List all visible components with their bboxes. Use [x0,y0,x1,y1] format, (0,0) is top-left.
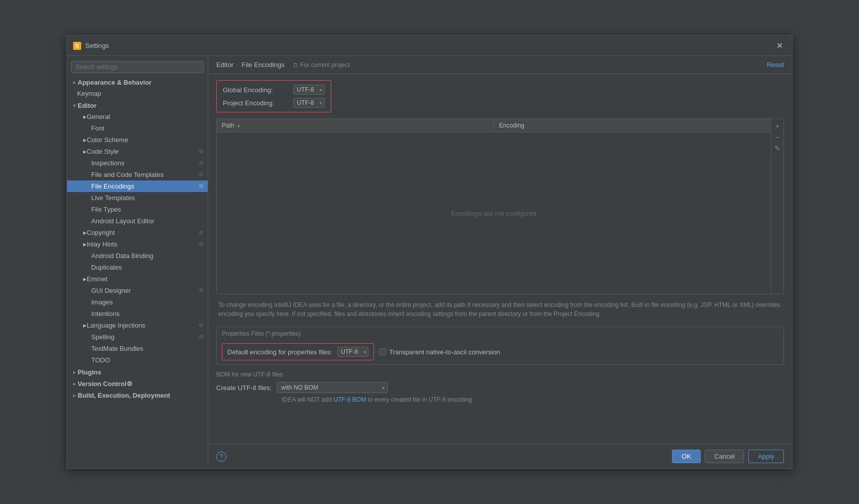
sidebar-item-label: Live Templates [83,194,135,202]
chevron-right-icon: ▸ [83,229,87,236]
sidebar-item-file-code-templates[interactable]: File and Code Templates ⚙ [67,169,208,180]
chevron-right-icon: ▸ [83,240,87,248]
sidebar-item-images[interactable]: Images [67,296,208,308]
chevron-right-icon: ▸ [83,148,87,155]
bom-info-link[interactable]: UTF-8 BOM [333,396,366,403]
sidebar-item-general[interactable]: ▸ General [67,111,208,122]
sidebar-item-todo[interactable]: TODO [67,354,208,366]
app-icon: S [73,42,81,50]
breadcrumb-separator: › [236,61,238,69]
sidebar-item-duplicates[interactable]: Duplicates [67,262,208,273]
global-encoding-label: Global Encoding: [223,86,293,94]
sidebar-item-file-encodings[interactable]: File Encodings ⚙ [67,180,208,192]
sidebar-item-intentions[interactable]: Intentions [67,308,208,320]
reset-button[interactable]: Reset [767,61,784,69]
add-encoding-button[interactable]: + [772,121,782,131]
ok-button[interactable]: OK [672,450,701,463]
settings-icon: ⚙ [199,334,204,340]
sort-arrow-icon: ▲ [236,123,241,128]
main-content: Editor › File Encodings 🗒 For current pr… [208,56,792,468]
sidebar-item-android-data-binding[interactable]: Android Data Binding [67,250,208,262]
sidebar-item-label: Font [83,124,104,132]
chevron-right-icon: ▸ [83,322,87,329]
apply-button[interactable]: Apply [748,450,784,463]
sidebar-item-color-scheme[interactable]: ▸ Color Scheme [67,134,208,146]
encoding-table: Path ▲ Encoding Encodings are not config… [216,118,784,294]
sidebar-item-label: Intentions [83,310,119,318]
sidebar-item-label: Code Style [87,148,119,155]
sidebar-item-label: Keymap [77,90,101,97]
transparent-conversion-label: Transparent native-to-ascii conversion [389,348,500,356]
main-scroll-area: Global Encoding: UTF-8 Project Encoding:… [208,74,792,444]
sidebar-item-plugins[interactable]: ▸ Plugins [67,366,208,377]
title-bar: S Settings ✕ [67,36,792,56]
sidebar-item-label: File Encodings [83,182,134,190]
edit-encoding-button[interactable]: ✎ [772,143,782,153]
sidebar-item-label: Copyright [87,229,115,236]
for-current-project: 🗒 For current project [293,61,350,69]
table-main-area: Path ▲ Encoding Encodings are not config… [217,119,771,294]
breadcrumb: Editor › File Encodings [216,61,285,69]
sidebar-item-label: GUI Designer [83,287,131,294]
settings-icon: ⚙ [199,241,204,247]
sidebar-section-label: Plugins [78,368,101,376]
table-header: Path ▲ Encoding [217,119,771,133]
sidebar-item-keymap[interactable]: Keymap [67,88,208,99]
transparent-conversion-checkbox[interactable] [379,348,386,355]
sidebar-item-spelling[interactable]: Spelling ⚙ [67,331,208,343]
sidebar-item-label: Emmet [87,275,107,283]
sidebar-item-textmate-bundles[interactable]: TextMate Bundles [67,343,208,354]
sidebar-item-live-templates[interactable]: Live Templates [67,192,208,204]
project-encoding-select[interactable]: UTF-8 [293,98,325,108]
props-encoding-select[interactable]: UTF-8 [337,347,369,357]
project-encoding-row: Project Encoding: UTF-8 [223,98,325,108]
sidebar-item-label: Inspections [83,159,125,167]
bom-create-label: Create UTF-8 files: [216,384,272,392]
sidebar-item-label: TextMate Bundles [83,345,143,352]
project-icon: 🗒 [293,62,298,68]
encoding-header-cell[interactable]: Encoding [494,119,771,132]
sidebar-section-label: Build, Execution, Deployment [78,392,170,399]
path-header-cell[interactable]: Path ▲ [217,119,494,132]
bom-info-suffix: to every created file in UTF-8 encoding [366,396,472,403]
cancel-button[interactable]: Cancel [705,450,744,463]
bom-create-select[interactable]: with NO BOM [277,382,388,393]
sidebar-item-gui-designer[interactable]: GUI Designer ⚙ [67,285,208,296]
props-encoding-select-wrapper: UTF-8 [337,347,369,357]
chevron-right-icon: ▸ [73,80,76,85]
sidebar-item-font[interactable]: Font [67,122,208,134]
breadcrumb-parent: Editor [216,61,233,69]
main-header: Editor › File Encodings 🗒 For current pr… [208,56,792,74]
chevron-right-icon: ▸ [83,113,87,120]
sidebar-item-version-control[interactable]: ▸ Version Control ⚙ [67,377,208,389]
sidebar-item-label: Android Data Binding [83,252,153,260]
help-button[interactable]: ? [216,452,226,462]
sidebar-item-android-layout-editor[interactable]: Android Layout Editor [67,215,208,227]
sidebar-item-emmet[interactable]: ▸ Emmet [67,273,208,285]
sidebar-item-inlay-hints[interactable]: ▸ Inlay Hints ⚙ [67,238,208,250]
table-side-buttons: + − ✎ [771,119,783,294]
properties-section-body: Default encoding for properties files: U… [217,339,783,364]
settings-icon: ⚙ [199,160,204,166]
sidebar-item-code-style[interactable]: ▸ Code Style ⚙ [67,146,208,157]
sidebar-item-inspections[interactable]: Inspections ⚙ [67,157,208,169]
sidebar-item-file-types[interactable]: File Types [67,204,208,215]
transparent-conversion-checkbox-row[interactable]: Transparent native-to-ascii conversion [379,348,500,356]
table-row-area: Path ▲ Encoding Encodings are not config… [217,119,783,294]
sidebar-item-language-injections[interactable]: ▸ Language Injections ⚙ [67,320,208,331]
sidebar-item-editor[interactable]: ▾ Editor [67,99,208,111]
close-button[interactable]: ✕ [773,40,786,51]
sidebar-item-appearance[interactable]: ▸ Appearance & Behavior [67,76,208,88]
settings-icon: ⚙ [199,229,204,236]
search-input[interactable] [71,61,204,73]
settings-icon: ⚙ [199,171,204,178]
dialog-body: ▸ Appearance & Behavior Keymap ▾ Editor … [67,56,792,468]
sidebar-section-label: Editor [78,102,97,109]
for-current-project-label: For current project [300,61,350,69]
chevron-right-icon: ▸ [73,393,76,398]
remove-encoding-button[interactable]: − [772,132,782,142]
sidebar-item-copyright[interactable]: ▸ Copyright ⚙ [67,227,208,238]
sidebar-item-build-execution[interactable]: ▸ Build, Execution, Deployment [67,389,208,401]
global-encoding-select[interactable]: UTF-8 [293,85,325,95]
sidebar-item-label: Android Layout Editor [83,217,154,225]
